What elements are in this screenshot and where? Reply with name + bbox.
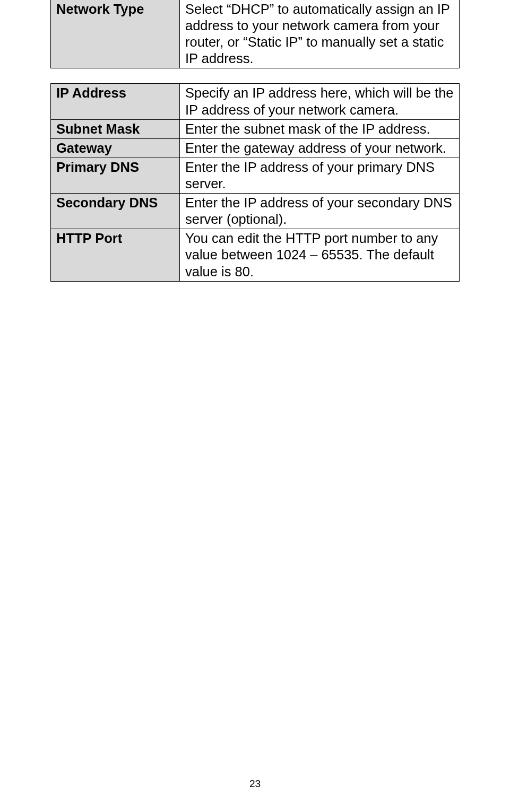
primary-dns-desc: Enter the IP address of your primary DNS…: [180, 158, 460, 193]
http-port-desc: You can edit the HTTP port number to any…: [180, 229, 460, 281]
network-type-desc: Select “DHCP” to automatically assign an…: [180, 0, 460, 68]
table-row: Secondary DNS Enter the IP address of yo…: [51, 194, 460, 229]
table-row: Primary DNS Enter the IP address of your…: [51, 158, 460, 193]
subnet-mask-desc: Enter the subnet mask of the IP address.: [180, 119, 460, 138]
ip-address-desc: Specify an IP address here, which will b…: [180, 84, 460, 119]
secondary-dns-desc: Enter the IP address of your secondary D…: [180, 194, 460, 229]
table-row: HTTP Port You can edit the HTTP port num…: [51, 229, 460, 281]
network-type-label: Network Type: [51, 0, 180, 68]
ip-address-label: IP Address: [51, 84, 180, 119]
ip-settings-table: IP Address Specify an IP address here, w…: [50, 83, 460, 281]
subnet-mask-label: Subnet Mask: [51, 119, 180, 138]
table-spacer: [50, 68, 460, 83]
table-row: Subnet Mask Enter the subnet mask of the…: [51, 119, 460, 138]
table-row: Gateway Enter the gateway address of you…: [51, 138, 460, 158]
gateway-desc: Enter the gateway address of your networ…: [180, 138, 460, 158]
secondary-dns-label: Secondary DNS: [51, 194, 180, 229]
table-row: Network Type Select “DHCP” to automatica…: [51, 0, 460, 68]
primary-dns-label: Primary DNS: [51, 158, 180, 193]
table-row: IP Address Specify an IP address here, w…: [51, 84, 460, 119]
page-number: 23: [0, 778, 510, 790]
gateway-label: Gateway: [51, 138, 180, 158]
network-type-table: Network Type Select “DHCP” to automatica…: [50, 0, 460, 68]
http-port-label: HTTP Port: [51, 229, 180, 281]
